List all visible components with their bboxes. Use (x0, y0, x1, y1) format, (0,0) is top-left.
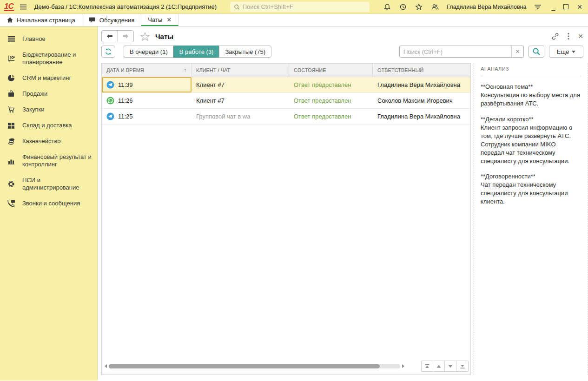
budget-icon (7, 55, 16, 62)
refresh-button[interactable] (101, 46, 115, 58)
kebab-menu-icon[interactable] (568, 33, 569, 40)
sidebar-item-admin[interactable]: НСИ и администрирование (0, 172, 97, 196)
ai-analysis-panel: AI АНАЛИЗ **Основная тема** Консультация… (474, 63, 588, 375)
sidebar-item-purchases[interactable]: Закупки (0, 102, 97, 118)
cell-state[interactable]: Ответ предоставлен (289, 93, 373, 108)
scrollbar-track[interactable] (109, 364, 400, 368)
chevron-down-icon (572, 51, 575, 53)
search-icon (234, 4, 240, 10)
list-navigation-buttons (421, 361, 469, 372)
list-search-input[interactable] (400, 48, 511, 55)
notifications-bell-icon[interactable] (383, 2, 392, 12)
sidebar-item-finance[interactable]: Финансовый результат и контроллинг (0, 149, 97, 172)
cell-responsible[interactable]: Гладилина Вера Михайловна (373, 109, 470, 124)
tab-close-icon[interactable]: ✕ (166, 16, 172, 23)
calls-icon (7, 200, 16, 207)
horizontal-scrollbar[interactable] (105, 364, 404, 368)
table-row[interactable]: 11:39 Клиент #7 Ответ предоставлен Глади… (102, 77, 470, 93)
sidebar-item-warehouse[interactable]: Склад и доставка (0, 118, 97, 133)
maximize-button[interactable] (563, 4, 568, 9)
back-button[interactable] (102, 31, 118, 42)
minimize-button[interactable]: _ (551, 4, 555, 10)
chats-table: Дата и время ↑ Клиент / Чат Состояние От… (101, 63, 471, 375)
go-to-bottom-button[interactable] (456, 361, 468, 371)
forward-button[interactable] (118, 31, 133, 42)
table-row[interactable]: 11:25 Групповой чат в wa Ответ предостав… (102, 109, 470, 125)
cell-datetime[interactable]: 11:26 (102, 93, 192, 108)
scroll-right-icon[interactable] (402, 364, 404, 368)
gear-icon (7, 180, 16, 188)
purchases-icon (7, 106, 16, 113)
open-windows-tabbar: Начальная страница Обсуждения Чаты ✕ (0, 14, 588, 26)
page-title: Чаты (155, 33, 173, 40)
cell-responsible[interactable]: Гладилина Вера Михайловна (373, 77, 470, 92)
cell-state[interactable]: Ответ предоставлен (289, 109, 373, 124)
contacts-users-icon[interactable] (430, 2, 440, 12)
sidebar-item-calls[interactable]: Звонки и сообщения (0, 196, 97, 211)
cell-datetime[interactable]: 11:25 (102, 109, 192, 124)
whatsapp-icon (106, 97, 114, 105)
search-button[interactable] (529, 46, 544, 58)
sidebar-item-main[interactable]: Главное (0, 31, 97, 47)
move-up-button[interactable] (433, 361, 445, 371)
crm-icon (7, 74, 16, 82)
sidebar-item-treasury[interactable]: Казначейство (0, 133, 97, 149)
close-form-icon[interactable]: ✕ (578, 33, 583, 40)
cell-client[interactable]: Клиент #7 (192, 77, 289, 92)
global-search-input[interactable] (243, 3, 366, 10)
finance-icon (7, 158, 16, 164)
cell-datetime[interactable]: 11:39 (102, 77, 192, 92)
scroll-left-icon[interactable] (105, 364, 107, 368)
telegram-icon (106, 81, 114, 89)
close-window-button[interactable]: ✕ (577, 4, 582, 10)
filter-queue-button[interactable]: В очереди (1) (124, 46, 173, 58)
sidebar-item-budgeting[interactable]: Бюджетирование и планирование (0, 47, 97, 70)
table-scroll-row (102, 359, 470, 374)
cell-client[interactable]: Групповой чат в wa (192, 109, 289, 124)
1c-logo-icon[interactable]: 1С (4, 3, 14, 11)
history-nav-buttons (101, 30, 134, 42)
move-down-button[interactable] (445, 361, 456, 371)
column-header-state[interactable]: Состояние (289, 64, 373, 77)
column-header-datetime[interactable]: Дата и время ↑ (102, 64, 192, 77)
tab-discussions[interactable]: Обсуждения (82, 14, 142, 26)
service-menu-icon[interactable] (533, 2, 543, 11)
list-search-box: ✕ (399, 46, 524, 58)
add-to-favorites-star-icon[interactable] (140, 32, 150, 41)
filter-inwork-button[interactable]: В работе (3) (173, 46, 219, 58)
history-icon[interactable] (398, 2, 408, 12)
refresh-icon (105, 48, 112, 55)
treasury-icon (7, 138, 16, 145)
main-menu-hamburger-icon[interactable] (19, 3, 28, 11)
current-user-name[interactable]: Гладилина Вера Михайловна (447, 4, 526, 10)
table-empty-area (102, 125, 470, 359)
sidebar-item-sales[interactable]: Продажи (0, 86, 97, 102)
more-button[interactable]: Еще (549, 46, 583, 58)
get-link-icon[interactable] (551, 33, 559, 40)
ai-panel-title: AI АНАЛИЗ (481, 66, 581, 76)
home-icon (7, 17, 13, 23)
tab-chats-active[interactable]: Чаты ✕ (141, 14, 178, 26)
chats-toolbar: В очереди (1) В работе (3) Закрытые (75)… (98, 44, 588, 60)
column-header-client[interactable]: Клиент / Чат (192, 64, 289, 77)
filter-closed-button[interactable]: Закрытые (75) (219, 46, 271, 58)
table-row[interactable]: 11:26 Клиент #7 Ответ предоставлен Сокол… (102, 93, 470, 109)
cell-client[interactable]: Клиент #7 (192, 93, 289, 108)
page-header: Чаты ✕ (98, 26, 588, 44)
ai-section-agreements: **Договоренности** Чат передан техническ… (481, 172, 581, 206)
ai-section-details: **Детали коротко** Клиент запросил инфор… (481, 115, 581, 165)
tab-home[interactable]: Начальная страница (0, 14, 82, 26)
go-to-top-button[interactable] (422, 361, 433, 371)
favorites-star-icon[interactable] (414, 2, 423, 12)
global-search-box[interactable] (230, 2, 370, 12)
application-title: Демо-база / 1С:Комплексная автоматизация… (34, 3, 217, 10)
discussions-icon (89, 17, 96, 23)
window-titlebar: 1С Демо-база / 1С:Комплексная автоматиза… (0, 0, 588, 14)
sidebar-item-crm[interactable]: CRM и маркетинг (0, 70, 97, 86)
window-controls: _ ✕ (551, 4, 582, 10)
column-header-responsible[interactable]: Ответственный (373, 64, 470, 77)
cell-state[interactable]: Ответ предоставлен (289, 77, 373, 92)
scrollbar-thumb[interactable] (109, 364, 380, 368)
cell-responsible[interactable]: Соколов Максим Игоревич (373, 93, 470, 108)
clear-search-icon[interactable]: ✕ (511, 46, 523, 57)
